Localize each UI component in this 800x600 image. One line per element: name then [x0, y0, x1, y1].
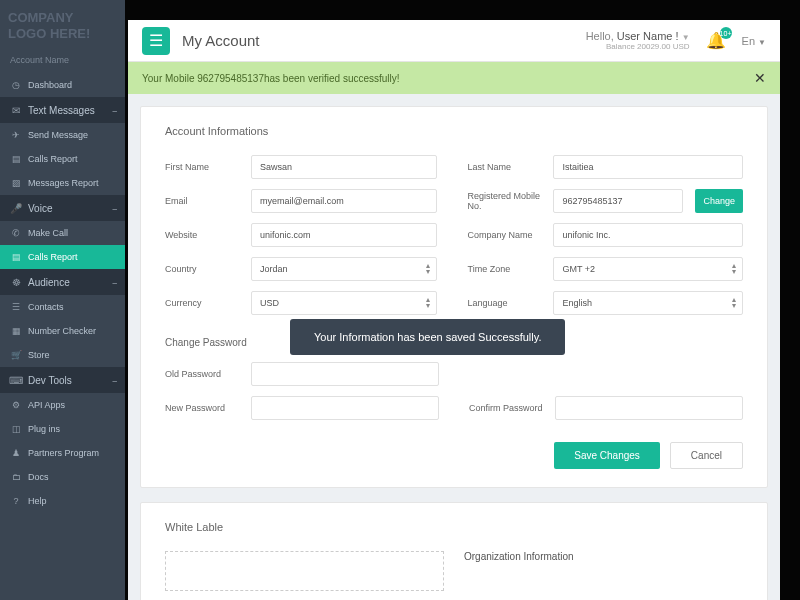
checker-icon: ▦ — [10, 325, 22, 337]
contacts-icon: ☰ — [10, 301, 22, 313]
voice-icon: 🎤 — [10, 202, 22, 214]
store-icon: 🛒 — [10, 349, 22, 361]
select-arrows-icon: ▴▾ — [426, 263, 430, 274]
sidebar-item-calls-report-voice[interactable]: ▤Calls Report — [0, 245, 125, 269]
company-logo: COMPANY LOGO HERE! — [0, 0, 125, 51]
org-info-title: Organization Information — [464, 551, 743, 562]
audience-icon: ☸ — [10, 276, 22, 288]
change-mobile-button[interactable]: Change — [695, 189, 743, 213]
send-icon: ✈ — [10, 129, 22, 141]
old-password-label: Old Password — [165, 369, 243, 379]
timezone-label: Time Zone — [467, 264, 545, 274]
sidebar-item-dashboard[interactable]: ◷Dashboard — [0, 73, 125, 97]
sidebar-item-api-apps[interactable]: ⚙API Apps — [0, 393, 125, 417]
select-arrows-icon: ▴▾ — [426, 297, 430, 308]
dashboard-icon: ◷ — [10, 79, 22, 91]
language-select[interactable]: English▴▾ — [553, 291, 743, 315]
white-label-card: White Lable Organization Information — [140, 502, 768, 600]
sms-icon: ✉ — [10, 104, 22, 116]
sidebar-item-messages-report[interactable]: ▨Messages Report — [0, 171, 125, 195]
select-arrows-icon: ▴▾ — [732, 263, 736, 274]
report-icon: ▤ — [10, 153, 22, 165]
user-dropdown[interactable]: Hello, User Name ! ▼ Balance 20029.00 US… — [586, 30, 690, 51]
report-icon: ▨ — [10, 177, 22, 189]
country-select[interactable]: Jordan▴▾ — [251, 257, 437, 281]
notifications-button[interactable]: 🔔 10+ — [706, 31, 726, 50]
last-name-label: Last Name — [467, 162, 545, 172]
page-title: My Account — [182, 32, 260, 49]
language-label: Language — [467, 298, 545, 308]
sidebar-header-text-messages[interactable]: ✉Text Messages– — [0, 97, 125, 123]
topbar: ☰ My Account Hello, User Name ! ▼ Balanc… — [128, 20, 780, 62]
sidebar: COMPANY LOGO HERE! Account Name ◷Dashboa… — [0, 0, 125, 600]
select-arrows-icon: ▴▾ — [732, 297, 736, 308]
logo-dropzone[interactable] — [165, 551, 444, 591]
company-input[interactable] — [553, 223, 743, 247]
help-icon: ? — [10, 495, 22, 507]
company-label: Company Name — [467, 230, 545, 240]
sidebar-item-calls-report[interactable]: ▤Calls Report — [0, 147, 125, 171]
card-title: White Lable — [165, 521, 743, 533]
sidebar-item-number-checker[interactable]: ▦Number Checker — [0, 319, 125, 343]
sidebar-header-dev-tools[interactable]: ⌨Dev Tools– — [0, 367, 125, 393]
sidebar-item-send-message[interactable]: ✈Send Message — [0, 123, 125, 147]
sidebar-item-help[interactable]: ?Help — [0, 489, 125, 513]
collapse-icon: – — [113, 376, 117, 385]
card-title: Account Informations — [165, 125, 743, 137]
old-password-input[interactable] — [251, 362, 439, 386]
success-alert: Your Mobile 962795485137has been verifie… — [128, 62, 780, 94]
api-icon: ⚙ — [10, 399, 22, 411]
currency-select[interactable]: USD▴▾ — [251, 291, 437, 315]
last-name-input[interactable] — [553, 155, 743, 179]
sidebar-header-voice[interactable]: 🎤Voice– — [0, 195, 125, 221]
save-changes-button[interactable]: Save Changes — [554, 442, 660, 469]
report-icon: ▤ — [10, 251, 22, 263]
mobile-label: Registered Mobile No. — [467, 191, 545, 211]
collapse-icon: – — [113, 204, 117, 213]
chevron-down-icon: ▼ — [758, 38, 766, 47]
dev-icon: ⌨ — [10, 374, 22, 386]
balance-text: Balance 20029.00 USD — [586, 42, 690, 51]
email-label: Email — [165, 196, 243, 206]
sidebar-header-audience[interactable]: ☸Audience– — [0, 269, 125, 295]
language-dropdown[interactable]: En ▼ — [742, 35, 766, 47]
sidebar-item-contacts[interactable]: ☰Contacts — [0, 295, 125, 319]
sidebar-item-docs[interactable]: 🗀Docs — [0, 465, 125, 489]
currency-label: Currency — [165, 298, 243, 308]
first-name-label: First Name — [165, 162, 243, 172]
new-password-label: New Password — [165, 403, 243, 413]
confirm-password-input[interactable] — [555, 396, 743, 420]
website-input[interactable] — [251, 223, 437, 247]
timezone-select[interactable]: GMT +2▴▾ — [553, 257, 743, 281]
new-password-input[interactable] — [251, 396, 439, 420]
mobile-input[interactable] — [553, 189, 683, 213]
chevron-down-icon: ▼ — [682, 33, 690, 42]
sidebar-item-make-call[interactable]: ✆Make Call — [0, 221, 125, 245]
close-alert-button[interactable]: ✕ — [754, 70, 766, 86]
country-label: Country — [165, 264, 243, 274]
confirm-password-label: Confirm Password — [469, 403, 547, 413]
account-info-card: Account Informations First Name Last Nam… — [140, 106, 768, 488]
partners-icon: ♟ — [10, 447, 22, 459]
call-icon: ✆ — [10, 227, 22, 239]
website-label: Website — [165, 230, 243, 240]
account-name: Account Name — [0, 51, 125, 73]
first-name-input[interactable] — [251, 155, 437, 179]
save-success-toast: Your Information has been saved Successf… — [290, 319, 565, 355]
sidebar-item-partners[interactable]: ♟Partners Program — [0, 441, 125, 465]
sidebar-item-store[interactable]: 🛒Store — [0, 343, 125, 367]
main-panel: ☰ My Account Hello, User Name ! ▼ Balanc… — [128, 20, 780, 600]
sidebar-item-plugins[interactable]: ◫Plug ins — [0, 417, 125, 441]
cancel-button[interactable]: Cancel — [670, 442, 743, 469]
collapse-icon: – — [113, 278, 117, 287]
docs-icon: 🗀 — [10, 471, 22, 483]
notification-badge: 10+ — [720, 27, 732, 39]
collapse-icon: – — [113, 106, 117, 115]
menu-toggle-button[interactable]: ☰ — [142, 27, 170, 55]
email-input[interactable] — [251, 189, 437, 213]
hamburger-icon: ☰ — [149, 31, 163, 50]
plugin-icon: ◫ — [10, 423, 22, 435]
